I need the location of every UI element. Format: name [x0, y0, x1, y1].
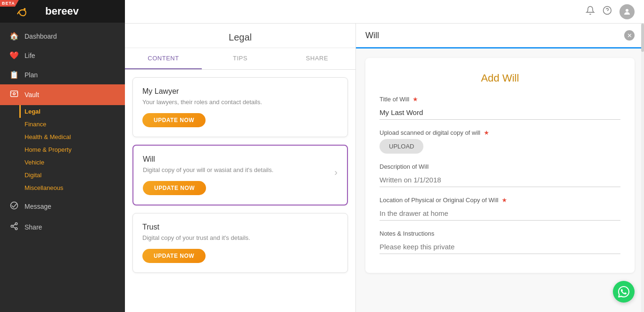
vault-subitems: Legal Finance Health & Medical Home & Pr…: [0, 105, 125, 194]
chevron-right-icon: ›: [334, 167, 338, 178]
panel-title: Legal: [125, 24, 355, 48]
subitem-miscellaneous[interactable]: Miscellaneous: [25, 181, 125, 194]
card-description: Digital copy of your trust and it's deta…: [142, 234, 338, 241]
svg-point-3: [15, 223, 17, 225]
dashboard-icon: 🏠: [9, 32, 19, 41]
logo-text: bereev: [45, 5, 79, 17]
card-description: Your lawyers, their roles and contact de…: [142, 99, 338, 106]
share-icon: [9, 222, 19, 232]
cards-area: My Lawyer Your lawyers, their roles and …: [125, 70, 355, 312]
svg-point-4: [11, 225, 13, 228]
message-icon: [9, 201, 19, 212]
subitem-legal[interactable]: Legal: [19, 105, 125, 118]
sidebar-item-life[interactable]: ❤️ Life: [0, 46, 125, 65]
form-heading: Add Will: [380, 72, 620, 84]
svg-point-10: [626, 9, 628, 12]
update-now-button-trust[interactable]: UPDATE NOW: [142, 249, 206, 263]
sidebar-navigation: 🏠 Dashboard ❤️ Life 📋 Plan Vault Legal F…: [0, 23, 125, 312]
close-button[interactable]: ✕: [624, 30, 635, 41]
card-title: Will: [143, 155, 338, 164]
field-title-of-will: Title of Will ★: [380, 96, 620, 120]
input-location[interactable]: [380, 206, 620, 221]
add-will-form: Add Will Title of Will ★ Upload scanned …: [365, 58, 635, 273]
svg-point-2: [13, 93, 16, 95]
sidebar-item-vault[interactable]: Vault: [0, 84, 125, 105]
left-panel: Legal CONTENT TIPS SHARE My Lawyer Your …: [125, 24, 356, 312]
input-description[interactable]: [380, 173, 620, 187]
svg-line-7: [13, 224, 15, 226]
sidebar-item-dashboard[interactable]: 🏠 Dashboard: [0, 26, 125, 46]
right-panel-body: Add Will Title of Will ★ Upload scanned …: [356, 49, 644, 312]
subitem-finance[interactable]: Finance: [25, 118, 125, 131]
sidebar-item-label: Vault: [25, 91, 39, 99]
svg-point-0: [24, 8, 25, 10]
sidebar: BETA bereev 🏠 Dashboard ❤️ Life 📋 Plan V…: [0, 0, 125, 312]
whatsapp-button[interactable]: [613, 281, 635, 303]
sidebar-item-plan[interactable]: 📋 Plan: [0, 65, 125, 84]
required-indicator: ★: [413, 96, 418, 103]
main-area: Legal CONTENT TIPS SHARE My Lawyer Your …: [125, 0, 644, 312]
logo-icon: [15, 5, 30, 18]
field-description: Description of Will: [380, 163, 620, 187]
sidebar-item-label: Share: [25, 223, 42, 231]
tab-content[interactable]: CONTENT: [125, 48, 202, 69]
card-title: Trust: [142, 223, 338, 231]
vault-icon: [9, 90, 19, 100]
svg-rect-1: [11, 91, 18, 97]
update-now-button-will[interactable]: UPDATE NOW: [143, 181, 206, 195]
card-description: Digital copy of your will or wasiat and …: [143, 166, 338, 173]
scrollbar-thumb: [641, 24, 644, 52]
scrollbar-track: [641, 24, 644, 312]
upload-button[interactable]: UPLOAD: [380, 139, 423, 154]
tabs-bar: CONTENT TIPS SHARE: [125, 48, 355, 70]
label-description: Description of Will: [380, 163, 620, 170]
sidebar-item-share[interactable]: Share: [0, 217, 125, 238]
label-upload-will: Upload scanned or digital copy of will ★: [380, 129, 620, 136]
card-title: My Lawyer: [142, 87, 338, 96]
plan-icon: 📋: [9, 70, 19, 79]
field-location: Location of Physical or Original Copy of…: [380, 197, 620, 221]
svg-point-5: [15, 228, 17, 230]
svg-line-6: [13, 227, 15, 228]
label-location: Location of Physical or Original Copy of…: [380, 197, 620, 204]
life-icon: ❤️: [9, 51, 19, 60]
content-area: Legal CONTENT TIPS SHARE My Lawyer Your …: [125, 24, 644, 312]
sidebar-item-message[interactable]: Message: [0, 196, 125, 217]
required-indicator: ★: [484, 129, 489, 136]
subitem-health[interactable]: Health & Medical: [25, 131, 125, 143]
right-panel-header: Will ✕: [356, 24, 644, 49]
topbar: [125, 0, 644, 24]
sidebar-item-label: Plan: [25, 71, 38, 79]
label-notes: Notes & Instructions: [380, 230, 620, 237]
card-trust: Trust Digital copy of your trust and it'…: [132, 213, 348, 273]
notification-icon[interactable]: [586, 6, 595, 17]
tab-tips[interactable]: TIPS: [202, 48, 279, 69]
field-upload-will: Upload scanned or digital copy of will ★…: [380, 129, 620, 154]
sidebar-item-label: Life: [25, 52, 35, 59]
subitem-vehicle[interactable]: Vehicle: [25, 156, 125, 169]
right-panel: Will ✕ Add Will Title of Will ★: [356, 24, 644, 312]
tab-share[interactable]: SHARE: [279, 48, 355, 69]
subitem-home-property[interactable]: Home & Property: [25, 143, 125, 156]
sidebar-item-label: Message: [25, 203, 51, 210]
user-avatar[interactable]: [619, 4, 635, 19]
help-icon[interactable]: [603, 6, 612, 17]
sidebar-header: BETA bereev: [0, 0, 125, 23]
sidebar-item-label: Dashboard: [25, 33, 57, 40]
subitem-digital[interactable]: Digital: [25, 169, 125, 181]
card-will: Will Digital copy of your will or wasiat…: [132, 145, 348, 205]
update-now-button-lawyer[interactable]: UPDATE NOW: [142, 113, 206, 127]
input-notes[interactable]: [380, 240, 620, 254]
card-my-lawyer: My Lawyer Your lawyers, their roles and …: [132, 77, 348, 137]
right-panel-title: Will: [365, 31, 379, 41]
required-indicator: ★: [502, 197, 507, 204]
label-title-of-will: Title of Will ★: [380, 96, 620, 103]
field-notes: Notes & Instructions: [380, 230, 620, 254]
input-title-of-will[interactable]: [380, 106, 620, 120]
